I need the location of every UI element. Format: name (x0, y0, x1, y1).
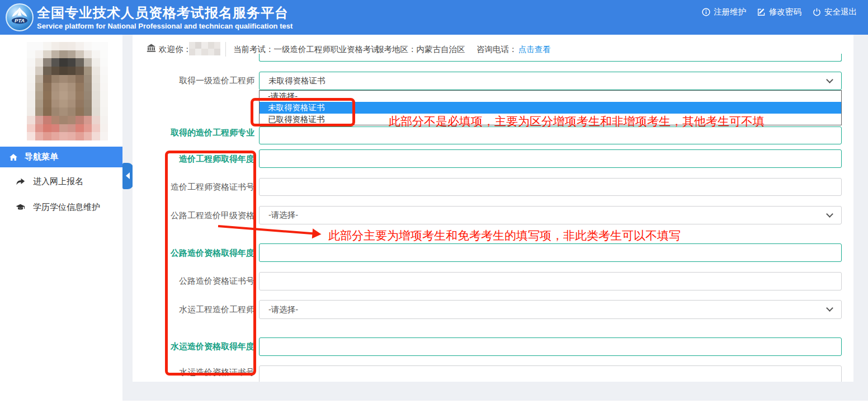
logo-text: PTA (15, 18, 25, 24)
select-waterway-engineer[interactable]: -请选择- (259, 300, 842, 319)
phone-label: 咨询电话： (477, 44, 517, 55)
input-highway-year[interactable] (259, 243, 842, 262)
applicant-name-blurred (189, 42, 220, 55)
annotation-note-2: 此部分主要为增项考生和免考考生的填写项，非此类考生可以不填写 (328, 228, 681, 243)
dropdown-option[interactable]: -请选择- (260, 91, 841, 102)
field-label: 取得一级造价工程师 (155, 75, 254, 86)
nav-header-label: 导航菜单 (25, 152, 58, 162)
sidebar-item-online-signup[interactable]: 进入网上报名 (0, 173, 122, 189)
partial-input-above[interactable] (259, 54, 842, 62)
select-first-level-cost-engineer[interactable]: 未取得资格证书 (259, 72, 842, 90)
field-label: 取得的造价工程师专业 (155, 127, 254, 138)
pta-logo: PTA (6, 3, 34, 31)
chevron-down-icon (826, 210, 833, 218)
field-label: 造价工程师资格证书号 (155, 181, 254, 193)
input-cost-engineer-cert-no[interactable] (259, 178, 842, 196)
register-maintain-label: 注册维护 (714, 7, 746, 17)
select-value: -请选择- (268, 304, 298, 315)
graduation-cap-icon (16, 203, 25, 212)
welcome-label: 欢迎你： (159, 44, 191, 55)
power-icon (813, 8, 821, 16)
input-waterway-cert-no[interactable] (259, 365, 842, 382)
phone-view-link[interactable]: 点击查看 (518, 44, 551, 55)
select-value: 未取得资格证书 (268, 76, 326, 86)
select-highway-grade-a[interactable]: -请选择- (259, 206, 842, 224)
home-icon (9, 153, 18, 162)
sidebar-item-label: 学历学位信息维护 (33, 202, 100, 213)
field-label: 公路工程造价甲级资格 (155, 210, 254, 221)
header-links: 注册维护 修改密码 安全退出 (702, 7, 857, 17)
bank-icon (147, 43, 156, 53)
page: PTA 全国专业技术人员资格考试报名服务平台 Service platform … (0, 0, 868, 408)
field-label: 水运造价资格取得年度 (155, 341, 254, 352)
enter-arrow-icon (16, 177, 25, 186)
sidebar-item-education-maintain[interactable]: 学历学位信息维护 (0, 199, 122, 215)
annotation-note-1: 此部分不是必填项，主要为区分增项考生和非增项考生，其他考生可不填 (389, 114, 765, 129)
app-subtitle: Service platform for National Profession… (37, 22, 293, 30)
field-label: 水运造价资格证书号 (155, 367, 254, 378)
change-password-link[interactable]: 修改密码 (757, 7, 801, 17)
register-maintain-link[interactable]: 注册维护 (702, 7, 746, 17)
chevron-down-icon (826, 76, 833, 83)
field-label: 公路造价资格取得年度 (155, 247, 254, 259)
chevron-down-icon (826, 304, 833, 312)
input-obtained-major[interactable] (259, 126, 842, 144)
red-arrow (218, 225, 313, 235)
field-label: 造价工程师取得年度 (155, 153, 254, 165)
input-cost-engineer-year[interactable] (259, 149, 842, 168)
input-highway-cert-no[interactable] (259, 272, 842, 290)
sidebar-item-label: 进入网上报名 (33, 176, 83, 187)
current-exam-label: 当前考试：一级造价工程师职业资格考试 (233, 44, 379, 55)
footer-strip (0, 401, 868, 408)
field-label: 水运工程造价工程师 (155, 304, 254, 315)
applicant-photo (27, 42, 108, 140)
change-password-label: 修改密码 (769, 7, 801, 17)
info-circle-icon (702, 8, 710, 16)
app-title: 全国专业技术人员资格考试报名服务平台 (37, 4, 289, 22)
welcome-separator (225, 42, 226, 57)
chevron-left-icon (126, 172, 130, 179)
field-label: 公路造价资格证书号 (155, 275, 254, 287)
sidebar-collapse-handle[interactable] (122, 163, 134, 189)
edit-icon (757, 8, 766, 16)
select-value: -请选择- (268, 210, 298, 221)
app-header: PTA 全国专业技术人员资格考试报名服务平台 Service platform … (0, 0, 868, 35)
logout-label: 安全退出 (824, 7, 857, 17)
input-waterway-year[interactable] (259, 337, 842, 356)
sidebar: 导航菜单 进入网上报名 学历学位信息维护 (0, 35, 122, 408)
arrowhead-icon (312, 228, 322, 239)
main-panel: 欢迎你： 当前考试：一级造价工程师职业资格考试 报考地区：内蒙古自治区 咨询电话… (133, 35, 853, 382)
dropdown-option-selected[interactable]: 未取得资格证书 (260, 102, 841, 114)
logout-link[interactable]: 安全退出 (813, 7, 857, 17)
sidebar-nav-header[interactable]: 导航菜单 (0, 147, 122, 167)
exam-region-label: 报考地区：内蒙古自治区 (376, 44, 465, 55)
